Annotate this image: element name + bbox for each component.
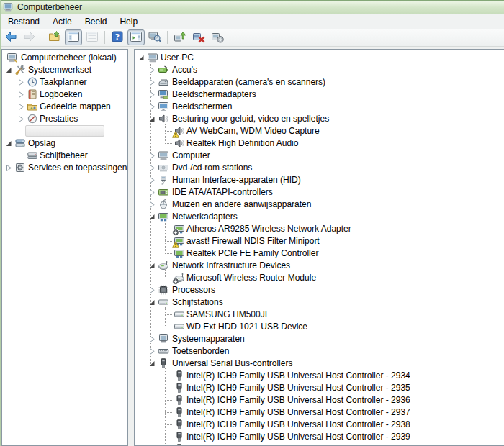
tree-item-user-pc[interactable]: User-PC [135, 52, 504, 64]
tree-item-dvd-cd-rom-stations[interactable]: Dvd-/cd-rom-stations [135, 162, 504, 174]
toolbar: ? [0, 29, 504, 47]
collapse-arrow-icon[interactable] [6, 67, 12, 73]
collapse-arrow-icon[interactable] [149, 299, 156, 306]
menu-item-actie[interactable]: Actie [46, 14, 78, 29]
tree-item-microsoft-wireless-router-module[interactable]: Microsoft Wireless Router Module [135, 272, 504, 284]
expand-arrow-icon[interactable] [149, 177, 156, 183]
expand-arrow-icon[interactable] [18, 91, 24, 98]
tree-item-services-en-toepassingen[interactable]: Services en toepassingen [2, 162, 127, 174]
tree-item-systeemapparaten[interactable]: Systeemapparaten [135, 333, 504, 345]
scan-hardware-changes-button[interactable] [209, 29, 226, 45]
window-tree-icon [67, 30, 80, 45]
tree-item-logboeken[interactable]: Logboeken [2, 88, 127, 101]
menu-item-help[interactable]: Help [113, 14, 144, 29]
network-adapter-icon [158, 211, 169, 222]
tree-item-wd-ext-hdd-1021-usb-device[interactable]: WD Ext HDD 1021 USB Device [135, 321, 504, 333]
tree-item-avast-firewall-ndis-filter-miniport[interactable]: avast! Firewall NDIS Filter Miniport [135, 235, 504, 247]
expand-arrow-icon[interactable] [149, 165, 156, 171]
services-icon [14, 162, 26, 173]
expand-arrow-icon[interactable] [149, 104, 156, 110]
expand-arrow-icon[interactable] [149, 91, 156, 98]
up-one-level-button[interactable] [46, 29, 63, 45]
tree-item-muizen-en-andere-aanwijsapparaten[interactable]: Muizen en andere aanwijsapparaten [135, 199, 504, 211]
expand-arrow-icon[interactable] [149, 336, 156, 342]
tree-item-av-webcam-wdm-video-capture[interactable]: AV WebCam, WDM Video Capture [135, 125, 504, 137]
collapse-arrow-icon[interactable] [149, 263, 156, 269]
expand-arrow-icon[interactable] [6, 165, 12, 171]
expand-arrow-icon[interactable] [149, 79, 156, 86]
tree-item-prestaties[interactable]: Prestaties [2, 113, 127, 125]
help-button[interactable]: ? [109, 29, 126, 45]
collapse-arrow-icon[interactable] [138, 55, 145, 61]
tree-item-samsung-hm500ji[interactable]: SAMSUNG HM500JI [135, 309, 504, 321]
tree-item-toetsenborden[interactable]: Toetsenborden [135, 345, 504, 358]
tree-item-network-infrastructure-devices[interactable]: Network Infrastructure Devices [135, 260, 504, 272]
tree-item-beeldschermadapters[interactable]: Beeldschermadapters [135, 88, 504, 101]
menu-item-bestand[interactable]: Bestand [1, 14, 46, 29]
tree-item-computerbeheer-lokaal[interactable]: Computerbeheer (lokaal) [2, 52, 127, 64]
monitor-icon [158, 101, 169, 112]
tree-item-taakplanner[interactable]: Taakplanner [2, 76, 127, 88]
tree-item-human-interface-apparaten-hid[interactable]: Human Interface-apparaten (HID) [135, 174, 504, 186]
expand-arrow-icon[interactable] [149, 153, 156, 159]
tree-item-label: Intel(R) ICH9 Family USB Universal Host … [186, 370, 410, 382]
expand-arrow-icon[interactable] [149, 287, 156, 293]
tree-item-beeldschermen[interactable]: Beeldschermen [135, 101, 504, 113]
tree-item-intel-r-ich9-family-usb-universal-host-controller-2935[interactable]: Intel(R) ICH9 Family USB Universal Host … [135, 382, 504, 394]
collapse-arrow-icon[interactable] [149, 116, 156, 122]
tree-item-intel-r-ich9-family-usb-universal-host-controller-2936[interactable]: Intel(R) ICH9 Family USB Universal Host … [135, 394, 504, 406]
uninstall-device-button[interactable] [190, 29, 207, 45]
collapse-arrow-icon[interactable] [149, 214, 156, 220]
tree-item-beeldapparaten-camera-s-en-scanners[interactable]: Beeldapparaten (camera's en scanners) [135, 76, 504, 88]
disk-drive-icon [174, 321, 185, 332]
expand-arrow-icon[interactable] [18, 79, 24, 86]
expand-arrow-icon[interactable] [18, 116, 24, 122]
tree-item-schijfstations[interactable]: Schijfstations [135, 296, 504, 309]
show-console-tree-button[interactable] [65, 29, 82, 45]
tree-item-schijfbeheer[interactable]: Schijfbeheer [2, 150, 127, 162]
cdrom-drive-icon [158, 162, 169, 173]
tree-item-besturing-voor-geluid-video-en-spelletjes[interactable]: Besturing voor geluid, video en spelletj… [135, 113, 504, 125]
tree-item-intel-r-ich9-family-usb-universal-host-controller-2934[interactable]: Intel(R) ICH9 Family USB Universal Host … [135, 370, 504, 382]
tree-item-universal-serial-bus-controllers[interactable]: Universal Serial Bus-controllers [135, 358, 504, 370]
expand-arrow-icon[interactable] [149, 189, 156, 196]
tree-item-atheros-ar9285-wireless-network-adapter[interactable]: Atheros AR9285 Wireless Network Adapter [135, 223, 504, 235]
tree-item-intel-r-ich9-family-usb2-enhanced-host-controller-293a[interactable]: Intel(R) ICH9 Family USB2 Enhanced Host … [135, 443, 504, 446]
update-driver-button[interactable] [171, 29, 189, 45]
tools-icon [14, 64, 26, 76]
tree-item-opslag[interactable]: Opslag [2, 137, 127, 150]
tree-item-netwerkadapters[interactable]: Netwerkadapters [135, 211, 504, 223]
tree-item-intel-r-ich9-family-usb-universal-host-controller-2938[interactable]: Intel(R) ICH9 Family USB Universal Host … [135, 419, 504, 431]
expand-arrow-icon[interactable] [18, 104, 24, 110]
tree-item-intel-r-ich9-family-usb-universal-host-controller-2939[interactable]: Intel(R) ICH9 Family USB Universal Host … [135, 431, 504, 443]
expand-arrow-icon[interactable] [149, 201, 156, 208]
tree-item-realtek-pcie-fe-family-controller[interactable]: Realtek PCIe FE Family Controller [135, 247, 504, 260]
expand-arrow-icon[interactable] [149, 67, 156, 73]
collapse-arrow-icon[interactable] [149, 360, 156, 367]
tree-item-label: Human Interface-apparaten (HID) [172, 174, 301, 186]
tree-item-gedeelde-mappen[interactable]: Gedeelde mappen [2, 101, 127, 113]
collapse-arrow-icon[interactable] [6, 140, 12, 147]
tree-item-ide-ata-atapi-controllers[interactable]: IDE ATA/ATAPI-controllers [135, 186, 504, 199]
tree-item-label: Services en toepassingen [28, 162, 127, 174]
tree-item-label: Computerbeheer (lokaal) [21, 52, 117, 64]
tree-item-processors[interactable]: Processors [135, 284, 504, 296]
network-adapter-icon [174, 235, 185, 247]
tree-item-label: Systeemwerkset [28, 64, 91, 76]
tree-item-systeemwerkset[interactable]: Systeemwerkset [2, 64, 127, 76]
tree-item-realtek-high-definition-audio[interactable]: Realtek High Definition Audio [135, 137, 504, 150]
tree-item-intel-r-ich9-family-usb-universal-host-controller-2937[interactable]: Intel(R) ICH9 Family USB Universal Host … [135, 406, 504, 419]
tree-item-label: Network Infrastructure Devices [172, 260, 290, 272]
search-computer-button[interactable] [146, 29, 163, 45]
computer-category-icon [158, 150, 169, 161]
back-button[interactable] [2, 29, 19, 45]
tree-item-accu-s[interactable]: Accu's [135, 64, 504, 76]
console-tree-pane[interactable]: Computerbeheer (lokaal)SysteemwerksetTaa… [1, 49, 128, 446]
tree-item-apparaatbeheer[interactable]: Apparaatbeheer [2, 125, 127, 137]
tree-item-label: Besturing voor geluid, video en spelletj… [172, 113, 329, 125]
tree-item-computer[interactable]: Computer [135, 150, 504, 162]
menu-item-beeld[interactable]: Beeld [78, 14, 114, 29]
show-action-pane-button[interactable] [127, 29, 145, 45]
device-tree-pane[interactable]: User-PCAccu'sBeeldapparaten (camera's en… [134, 49, 504, 446]
expand-arrow-icon[interactable] [149, 348, 156, 355]
